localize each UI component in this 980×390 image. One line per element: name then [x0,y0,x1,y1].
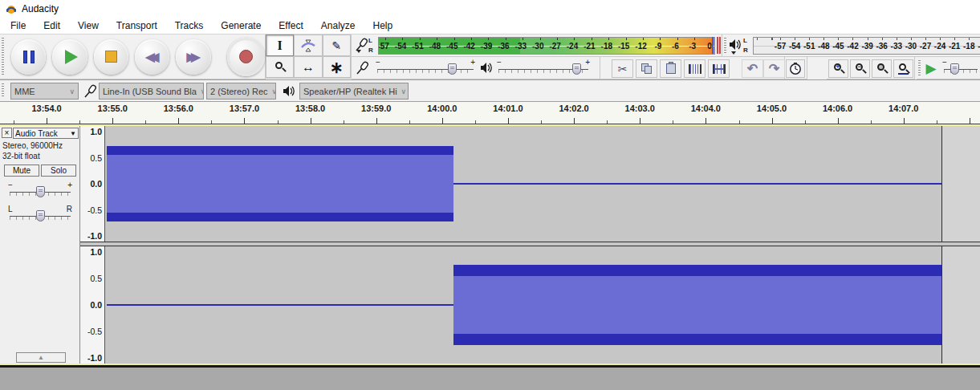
audio-host-select[interactable]: MME ∨ [10,83,79,100]
timeline-label: 13:59.0 [344,104,409,113]
recording-meter[interactable]: -57-54-51-48-45-42-39-36-33-30-27-24-21-… [378,37,715,55]
timeline-label: 13:57.0 [211,104,277,113]
multi-tool-button[interactable]: ∗ [323,56,351,78]
track-pan-slider[interactable]: L R [10,206,71,222]
close-track-button[interactable]: × [2,128,12,138]
meter-ticks [754,38,980,40]
speaker-icon [729,39,741,51]
window-title: Audacity [22,3,59,14]
playback-speed-slider[interactable]: − [944,59,978,75]
collapse-track-button[interactable]: ▲ [16,352,66,363]
toolbar-grip[interactable] [2,83,4,98]
timeline-label: 14:00.0 [409,104,475,113]
meter-left-label: L [743,37,751,44]
toolbar-grip[interactable] [724,38,726,53]
multi-tool-icon: ∗ [330,63,344,71]
menu-item[interactable]: Effect [270,18,311,33]
play-button[interactable] [52,39,87,75]
speaker-icon [480,62,492,74]
playback-device-select[interactable]: Speaker/HP (Realtek Hi ∨ [299,83,409,100]
zoom-tool-button[interactable] [266,56,294,78]
zoom-in-button[interactable]: + [828,59,848,78]
waveform-right-channel[interactable] [105,246,980,364]
playback-speed-thumb[interactable] [950,63,959,75]
selection-tool-button[interactable]: I [266,35,294,56]
pause-button[interactable] [11,39,46,75]
toolbar-grip[interactable] [918,60,921,75]
menu-item[interactable]: Edit [35,18,69,33]
menu-item[interactable]: Analyze [312,18,364,33]
trim-audio-button[interactable] [684,59,706,78]
zoom-toolbar: + − [827,57,915,79]
fit-selection-button[interactable] [872,59,892,78]
playback-volume-thumb[interactable] [572,63,581,75]
copy-button[interactable] [636,59,657,78]
menu-item[interactable]: Generate [212,18,270,33]
meter-dropdown-arrow-icon[interactable] [356,50,361,53]
vruler-label: -1.0 [87,231,102,241]
draw-tool-button[interactable]: ✎ [323,35,351,56]
waveform-quiet-line [107,304,453,306]
playback-meter[interactable]: -57-54-51-48-45-42-39-36-33-30-27-24-21-… [753,37,980,55]
transport-toolbar: ◀◀ ▶▶ [0,35,266,79]
audacity-logo-icon [6,3,17,14]
envelope-tool-button[interactable] [294,35,322,56]
undo-button[interactable]: ↶ [742,59,763,78]
sync-lock-toolbar [785,57,807,79]
toolbar-grip[interactable] [2,38,4,75]
mute-button[interactable]: Mute [4,165,39,177]
track-control-panel: × Audio Track ▼ Stereo, 96000Hz 32-bit f… [0,126,80,364]
record-button[interactable] [227,38,265,76]
envelope-tool-icon [301,39,315,52]
selection-tool-icon: I [278,39,283,53]
track-gain-slider[interactable]: − + [10,182,71,198]
meter-peak-indicator [712,37,714,54]
title-bar[interactable]: Audacity [0,0,980,18]
paste-button[interactable] [660,59,681,78]
zoom-out-button[interactable]: − [850,59,870,78]
track-name: Audio Track [15,129,58,138]
vruler-label: 0.0 [90,179,102,189]
menu-item[interactable]: Help [364,18,402,33]
meter-right-label: R [368,47,376,54]
solo-button[interactable]: Solo [41,165,76,177]
timeline-ruler[interactable]: 13:54.013:55.013:56.013:57.013:58.013:59… [0,102,980,124]
waveform-left-channel[interactable] [105,126,980,242]
meter-dropdown-arrow-icon[interactable] [731,51,736,55]
timeline-label: 13:54.0 [14,104,79,113]
recording-volume-slider[interactable]: − + [377,59,474,75]
menu-item[interactable]: File [2,18,35,33]
mixer-toolbar: − + − + [352,57,600,79]
toolbar-band: ◀◀ ▶▶ I ✎ ↔ ∗ L R [0,35,980,80]
silence-audio-button[interactable] [708,59,730,78]
recording-device-value: Line-In (USB Sound Bla [103,87,197,96]
track-gain-thumb[interactable] [36,186,45,197]
timeline-label: 14:05.0 [738,104,804,113]
audio-host-value: MME [14,87,35,96]
zoom-tool-icon [274,62,286,73]
sync-lock-button[interactable] [786,59,805,78]
playback-volume-slider[interactable]: − + [498,59,588,75]
skip-to-start-button[interactable]: ◀◀ [135,39,169,75]
menu-item[interactable]: Tracks [166,18,213,33]
track-name-menu[interactable]: Audio Track ▼ [13,128,79,139]
recording-device-select[interactable]: Line-In (USB Sound Bla ∨ [99,83,204,100]
vertical-ruler-left-channel[interactable]: 1.00.50.0-0.5-1.0 [80,126,105,242]
waveform-rms [107,155,453,213]
stop-button[interactable] [94,39,128,75]
menu-item[interactable]: Transport [108,18,166,33]
menu-item[interactable]: View [69,18,108,33]
skip-to-end-button[interactable]: ▶▶ [176,39,210,75]
meter-clip-indicator [719,37,721,54]
redo-button[interactable]: ↷ [763,59,785,78]
fit-project-button[interactable] [893,59,913,78]
track-pan-thumb[interactable] [36,210,45,221]
cut-button[interactable]: ✂ [612,59,633,78]
waveform-rms [453,276,942,334]
time-shift-tool-button[interactable]: ↔ [294,56,322,78]
play-at-speed-button[interactable]: ▶ [921,59,941,78]
recording-channels-select[interactable]: 2 (Stereo) Rec ∨ [206,83,276,100]
recording-volume-thumb[interactable] [448,63,457,75]
vertical-ruler-right-channel[interactable]: 1.00.50.0-0.5-1.0 [80,246,105,364]
copy-icon [641,63,653,75]
